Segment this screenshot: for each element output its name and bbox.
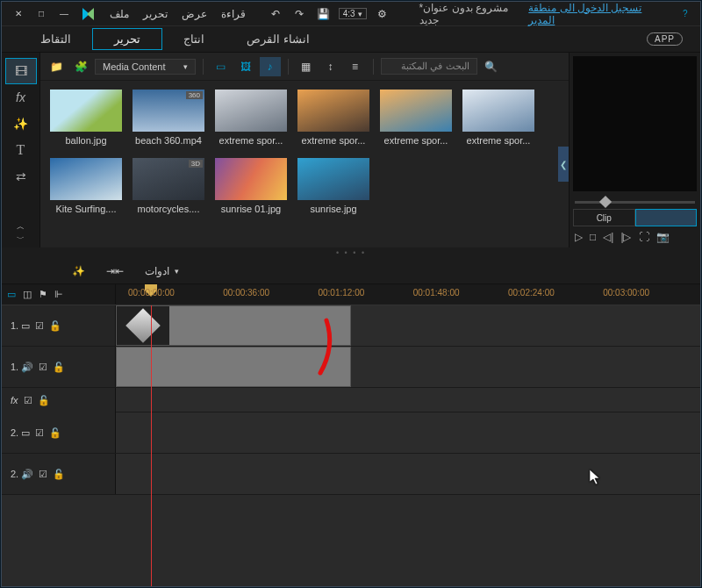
media-room-button[interactable]: 🎞	[5, 58, 37, 84]
track-body[interactable]	[116, 305, 700, 346]
library-expand-tab[interactable]: ❮	[558, 147, 569, 182]
media-thumb[interactable]: 360beach 360.mp4	[132, 90, 205, 146]
thumb-label: extreme spor...	[214, 135, 288, 146]
clip-tab[interactable]: Clip	[573, 209, 635, 226]
thumb-label: motorcycles....	[132, 204, 205, 214]
ruler-tick: 00:01:48:00	[413, 288, 460, 298]
tab-disc[interactable]: انشاء القرص	[226, 29, 331, 49]
track-label: 2. 🔊	[11, 469, 33, 480]
tab-produce[interactable]: انتاج	[162, 29, 226, 49]
media-thumb[interactable]: ballon.jpg	[49, 90, 123, 146]
track-lock-button[interactable]: 🔓	[53, 469, 65, 480]
aspect-ratio-button[interactable]: 4:3▾	[339, 8, 367, 19]
media-thumb[interactable]: extreme spor...	[214, 90, 288, 146]
track-lock-button[interactable]: 🔓	[49, 320, 61, 332]
maximize-button[interactable]: □	[30, 5, 53, 23]
time-ruler[interactable]: 00:00:00:0000:00:36:0000:01:12:0000:01:4…	[116, 284, 700, 305]
undo-button[interactable]: ↶	[268, 5, 284, 23]
thumb-label: beach 360.mp4	[132, 135, 205, 146]
grid-view-button[interactable]: ▦	[296, 57, 317, 76]
timeline-snap-button[interactable]: ⊩	[54, 289, 63, 300]
preview-screen	[573, 56, 697, 191]
media-thumb[interactable]: extreme spor...	[379, 90, 453, 146]
filter-image-button[interactable]: 🖼	[235, 57, 256, 76]
track-enable-checkbox[interactable]: ☑	[39, 469, 47, 480]
media-thumb[interactable]: 3Dmotorcycles....	[132, 158, 205, 214]
settings-button[interactable]: ⚙	[374, 5, 390, 23]
movie-tab[interactable]	[635, 209, 698, 226]
plugin-button[interactable]: 🧩	[70, 57, 91, 76]
track-lock-button[interactable]: 🔓	[49, 427, 61, 439]
track-1-video: 1. ▭ ☑ 🔓	[2, 305, 700, 347]
next-frame-button[interactable]: |▷	[620, 231, 631, 243]
fullscreen-button[interactable]: ⛶	[639, 231, 649, 243]
import-button[interactable]: 📁	[46, 57, 67, 76]
tab-capture[interactable]: التقاط	[19, 29, 92, 49]
track-label: fx	[11, 395, 18, 405]
minimize-button[interactable]: —	[53, 5, 75, 23]
track-lock-button[interactable]: 🔓	[53, 362, 65, 373]
prev-frame-button[interactable]: ◁|	[603, 231, 613, 243]
redo-button[interactable]: ↷	[291, 5, 308, 23]
media-library: 📁 🧩 Media Content▾ ▭ 🖼 ♪ ▦ ↕ ≡ البحث في …	[40, 53, 569, 247]
media-thumb[interactable]: extreme spor...	[462, 90, 535, 146]
track-enable-checkbox[interactable]: ☑	[39, 362, 47, 373]
tracks-area: 1. ▭ ☑ 🔓 1. 🔊 ☑ 🔓	[2, 305, 700, 586]
tab-edit[interactable]: تحرير	[92, 28, 162, 50]
ruler-tick: 00:02:24:00	[508, 288, 555, 298]
fx-room-button[interactable]: fx	[5, 84, 37, 111]
track-lock-button[interactable]: 🔓	[38, 395, 50, 406]
save-button[interactable]: 💾	[315, 5, 332, 23]
side-toolbar: 🎞 fx ✨ T ⇄ ︿ ﹀	[2, 53, 40, 247]
library-category-dropdown[interactable]: Media Content▾	[95, 59, 196, 75]
search-input[interactable]: البحث في المكتبة	[381, 58, 477, 75]
thumb-label: ballon.jpg	[49, 135, 123, 146]
snapshot-button[interactable]: 📷	[656, 231, 670, 243]
split-button[interactable]: ⇥⇤	[106, 265, 124, 277]
tools-dropdown[interactable]: ادوات▾	[145, 265, 179, 277]
play-button[interactable]: ▷	[575, 231, 583, 243]
stop-button[interactable]: □	[590, 231, 596, 243]
track-body[interactable]	[116, 412, 700, 453]
track-body[interactable]	[116, 347, 700, 387]
track-enable-checkbox[interactable]: ☑	[35, 320, 44, 332]
filter-audio-button[interactable]: ♪	[260, 57, 281, 76]
playhead-line	[151, 305, 152, 586]
cursor-icon	[590, 470, 602, 488]
magic-tools-button[interactable]: ✨	[72, 265, 85, 277]
track-2-video: 2. ▭ ☑ 🔓	[2, 412, 700, 454]
signin-link[interactable]: تسجيل الدخول الى منطقة المدير	[528, 2, 650, 26]
media-thumb[interactable]: sunrise 01.jpg	[214, 158, 288, 214]
track-enable-checkbox[interactable]: ☑	[35, 427, 44, 439]
help-button[interactable]: ?	[676, 5, 695, 23]
preview-slider[interactable]	[569, 195, 700, 209]
app-store-button[interactable]: APP	[647, 32, 683, 46]
filter-video-button[interactable]: ▭	[211, 57, 232, 76]
media-thumb[interactable]: Kite Surfing....	[49, 158, 123, 214]
particle-room-button[interactable]: ✨	[5, 111, 37, 137]
timeline-markers-button[interactable]: ⚑	[39, 289, 47, 300]
track-body[interactable]	[116, 388, 700, 412]
sort-button[interactable]: ↕	[320, 57, 341, 76]
search-button[interactable]: 🔍	[481, 57, 502, 76]
library-menu-button[interactable]: ≡	[345, 57, 366, 76]
horizontal-splitter[interactable]: • • • •	[2, 247, 700, 258]
timeline-fit-button[interactable]: ◫	[23, 289, 32, 300]
side-collapse-up[interactable]: ︿	[15, 221, 27, 232]
timeline-view-button[interactable]: ▭	[7, 289, 16, 300]
close-button[interactable]: ✕	[7, 5, 30, 23]
menu-play[interactable]: قراءة	[218, 8, 249, 20]
media-thumb[interactable]: sunrise.jpg	[297, 158, 370, 214]
menu-file[interactable]: ملف	[106, 8, 133, 20]
transition-room-button[interactable]: ⇄	[5, 163, 37, 190]
track-body[interactable]	[116, 454, 700, 494]
title-room-button[interactable]: T	[5, 137, 37, 163]
menu-edit[interactable]: تحرير	[140, 8, 171, 20]
slider-thumb[interactable]	[599, 195, 612, 207]
side-collapse-down[interactable]: ﹀	[15, 233, 27, 244]
track-enable-checkbox[interactable]: ☑	[24, 395, 32, 406]
menu-view[interactable]: عرض	[178, 8, 211, 20]
titlebar: ✕ □ — ملف تحرير عرض قراءة ↶ ↷ 💾 4:3▾ ⚙ *…	[2, 2, 700, 26]
thumb-label: Kite Surfing....	[49, 204, 123, 214]
media-thumb[interactable]: extreme spor...	[297, 90, 370, 146]
